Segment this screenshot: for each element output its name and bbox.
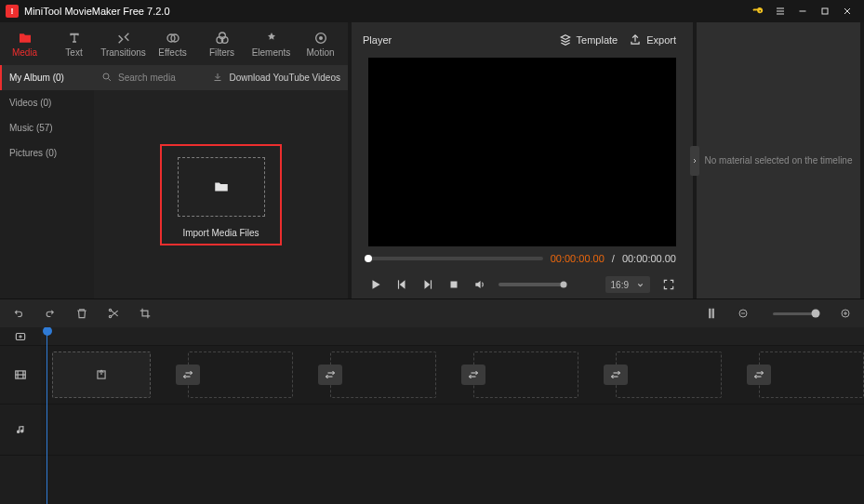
timeline-adjust-icon[interactable] (704, 306, 719, 321)
video-slot[interactable] (188, 351, 293, 398)
inspector-panel: No material selected on the timeline (697, 22, 860, 298)
minimize-button[interactable] (791, 1, 814, 21)
preview-viewport[interactable] (368, 58, 676, 246)
search-row: Search media Download YouTube Videos (94, 65, 348, 90)
tab-label: Text (65, 47, 82, 58)
zoom-out-button[interactable] (736, 306, 751, 321)
export-button[interactable]: Export (623, 30, 682, 50)
time-ruler[interactable] (41, 327, 864, 346)
video-slot[interactable] (616, 351, 721, 398)
transition-chip[interactable] (318, 365, 342, 385)
upgrade-key-icon[interactable] (747, 1, 769, 21)
video-slot[interactable] (473, 351, 578, 398)
category-videos[interactable]: Videos (0) (0, 90, 94, 115)
audio-track-label[interactable] (0, 405, 41, 456)
prev-frame-button[interactable] (394, 277, 409, 292)
seek-slider[interactable] (368, 257, 543, 260)
inspector-collapse-handle[interactable] (690, 146, 699, 176)
import-dropzone[interactable] (178, 157, 265, 217)
media-center: Search media Download YouTube Videos Imp… (94, 65, 348, 298)
time-current: 00:00:00.00 (551, 253, 605, 264)
player-header: Player Template Export (352, 22, 693, 58)
upper-region: Media Text Transitions Effects Filters (0, 22, 864, 298)
zoom-slider[interactable] (773, 312, 816, 315)
tab-label: Filters (209, 47, 234, 58)
import-label: Import Media Files (182, 228, 259, 238)
category-music[interactable]: Music (57) (0, 115, 94, 140)
category-my-album[interactable]: My Album (0) (0, 65, 94, 90)
tab-transitions[interactable]: Transitions (99, 22, 148, 65)
tab-elements[interactable]: Elements (246, 22, 296, 65)
svg-rect-23 (451, 282, 458, 288)
redo-button[interactable] (43, 306, 58, 321)
tab-motion[interactable]: Motion (296, 22, 345, 65)
tab-filters[interactable]: Filters (197, 22, 246, 65)
player-panel: Player Template Export 00:00:00.00 / 00:… (352, 22, 693, 298)
transition-chip[interactable] (176, 365, 200, 385)
folder-icon (211, 179, 232, 195)
menu-icon[interactable] (769, 1, 791, 21)
video-track[interactable] (41, 346, 864, 405)
svg-rect-27 (712, 309, 713, 317)
search-input[interactable]: Search media (118, 73, 176, 83)
download-youtube-button[interactable]: Download YouTube Videos (229, 73, 340, 83)
tab-media[interactable]: Media (0, 22, 49, 65)
import-media-button[interactable]: Import Media Files (160, 144, 282, 245)
seek-row: 00:00:00.00 / 00:00:00.00 (352, 246, 693, 271)
close-button[interactable] (836, 1, 858, 21)
player-title: Player (363, 34, 392, 46)
playhead[interactable] (47, 327, 47, 504)
audio-track[interactable] (41, 405, 864, 456)
svg-point-13 (319, 36, 322, 39)
category-column: My Album (0) Videos (0) Music (57) Pictu… (0, 65, 94, 298)
export-icon (629, 33, 642, 46)
transition-chip[interactable] (604, 365, 628, 385)
svg-marker-18 (373, 280, 380, 288)
delete-button[interactable] (74, 306, 89, 321)
tab-label: Effects (158, 47, 186, 58)
svg-point-24 (109, 309, 111, 311)
undo-button[interactable] (11, 306, 26, 321)
elements-icon (263, 31, 280, 46)
transitions-icon (115, 31, 132, 46)
crop-button[interactable] (138, 306, 153, 321)
aspect-ratio-select[interactable]: 16:9 (605, 276, 650, 293)
chevron-down-icon (636, 281, 645, 289)
fullscreen-button[interactable] (661, 277, 676, 292)
template-icon (559, 33, 572, 46)
transition-chip[interactable] (461, 365, 485, 385)
media-body: My Album (0) Videos (0) Music (57) Pictu… (0, 65, 348, 298)
text-icon (66, 31, 83, 46)
tab-effects[interactable]: Effects (148, 22, 197, 65)
volume-button[interactable] (472, 277, 487, 292)
filters-icon (214, 31, 231, 46)
motion-icon (312, 31, 329, 46)
maximize-button[interactable] (814, 1, 836, 21)
media-panel: Media Text Transitions Effects Filters (0, 22, 348, 298)
stop-button[interactable] (446, 277, 461, 292)
zoom-in-button[interactable] (838, 306, 853, 321)
tab-text[interactable]: Text (49, 22, 99, 65)
volume-slider[interactable] (498, 283, 564, 286)
next-frame-button[interactable] (420, 277, 435, 292)
media-icon (17, 31, 33, 46)
time-sep: / (612, 253, 615, 264)
transition-chip[interactable] (747, 365, 771, 385)
timeline (0, 298, 864, 504)
svg-rect-26 (710, 309, 711, 317)
inspector-placeholder: No material selected on the timeline (705, 155, 853, 166)
template-button[interactable]: Template (553, 30, 624, 50)
split-button[interactable] (106, 306, 121, 321)
tracks[interactable] (41, 327, 864, 504)
tool-tabs: Media Text Transitions Effects Filters (0, 22, 348, 65)
video-track-label[interactable] (0, 346, 41, 405)
add-track-button[interactable] (0, 327, 41, 346)
category-pictures[interactable]: Pictures (0) (0, 140, 94, 166)
play-button[interactable] (368, 277, 383, 292)
title-bar: ! MiniTool MovieMaker Free 7.2.0 (0, 0, 864, 22)
svg-rect-20 (398, 280, 399, 288)
video-slot-main[interactable] (52, 351, 151, 398)
video-slot[interactable] (759, 351, 864, 398)
app-logo-icon: ! (6, 5, 19, 18)
video-slot[interactable] (330, 351, 435, 398)
